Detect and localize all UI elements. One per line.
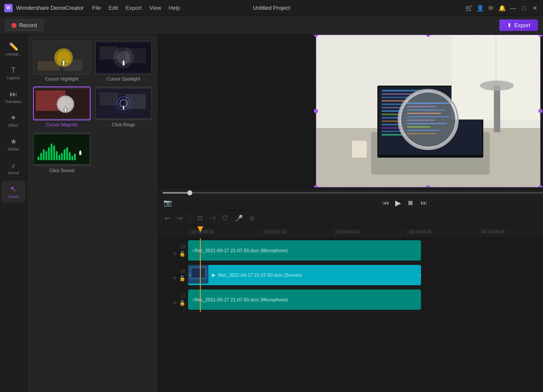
caption-icon: T: [11, 66, 16, 75]
svg-point-65: [480, 81, 514, 91]
skip-forward-button[interactable]: ⏭: [420, 198, 428, 208]
track-19-lock[interactable]: 🔓: [179, 251, 186, 257]
sidebar-item-sticker[interactable]: ★ Sticker: [2, 133, 25, 155]
track-18-eye[interactable]: 👁: [172, 275, 177, 281]
sidebar-item-cursor[interactable]: ↖ Cursor: [2, 181, 25, 203]
svg-rect-19: [125, 94, 146, 109]
cart-icon[interactable]: 🛒: [465, 4, 473, 12]
user-icon[interactable]: 👤: [476, 4, 484, 12]
cursor-icon: ↖: [10, 184, 17, 194]
svg-rect-37: [69, 152, 70, 160]
svg-rect-73: [407, 113, 441, 114]
clip-handle-left[interactable]: ⊢: [188, 265, 191, 285]
minimize-button[interactable]: —: [509, 4, 517, 12]
svg-rect-77: [407, 126, 430, 128]
effect-card-cursor-magnify[interactable]: Cursor Magnify: [33, 86, 91, 128]
svg-rect-33: [58, 155, 60, 160]
sidebar-item-transition[interactable]: ⏭ Transition: [2, 86, 25, 108]
app-logo: W: [4, 4, 13, 12]
seekbar-wrap: 00:00:00 | 00:00:09: [163, 190, 543, 195]
svg-rect-72: [407, 109, 445, 111]
timeline[interactable]: 00:00:00:00 00:00:02:02 00:00:04:04 00:0…: [158, 226, 543, 392]
track-19-num: 19: [180, 244, 186, 249]
cursor-highlight-thumb: [33, 41, 91, 75]
menu-help[interactable]: Help: [169, 5, 180, 11]
track-17-clip[interactable]: ♪ Rec_2021-09-17 21-07-50.dcrc (Micropho…: [188, 289, 421, 310]
svg-rect-28: [45, 151, 47, 160]
track-17-eye[interactable]: 👁: [172, 300, 177, 306]
click-sound-thumb: [33, 132, 91, 166]
copyright-tool[interactable]: ©: [249, 214, 256, 223]
separator-1: [190, 214, 190, 222]
svg-rect-32: [56, 151, 58, 160]
sidebar-item-caption[interactable]: T Caption: [2, 62, 25, 84]
sidebar-label-effect: Effect: [8, 123, 18, 128]
handle-br[interactable]: [538, 185, 543, 187]
clip-handle-right[interactable]: ⊣: [418, 265, 421, 285]
split-tool[interactable]: ⊣: [208, 213, 216, 223]
effect-card-cursor-spotlight[interactable]: Cursor Spotlight: [95, 41, 152, 82]
record-dot: [11, 23, 17, 28]
menu-view[interactable]: View: [149, 5, 161, 11]
svg-rect-35: [64, 149, 65, 160]
sidebar-item-sound[interactable]: ♪ Sound: [2, 157, 25, 179]
bell-icon[interactable]: 🔔: [498, 4, 506, 12]
audio-icon-17: ♪: [191, 297, 194, 303]
redo-button[interactable]: ↪: [176, 213, 184, 223]
handle-bl[interactable]: [314, 185, 318, 187]
effect-card-cursor-highlight[interactable]: Cursor Highlight: [33, 41, 91, 82]
delete-tool[interactable]: ⛉: [221, 214, 230, 223]
skip-back-button[interactable]: ⏮: [382, 198, 390, 208]
playback-controls: 📷 ⏮ ▶ ⏹ ⏭ 🔊 ⛶ Fit: [163, 198, 543, 208]
seekbar-progress: [163, 192, 187, 194]
main-area: ✏️ Annotat... T Caption ⏭ Transition ✦ E…: [0, 35, 543, 392]
track-18-lock[interactable]: 🔓: [179, 275, 186, 281]
menu-file[interactable]: File: [92, 5, 101, 11]
export-button[interactable]: ⬆ Export: [499, 19, 538, 31]
preview-canvas: [158, 35, 543, 187]
click-rings-label: Click Rings: [95, 122, 152, 128]
handle-bottom[interactable]: [426, 185, 430, 187]
play-button[interactable]: ▶: [395, 198, 401, 208]
click-rings-thumb: [95, 86, 152, 120]
annotate-icon: ✏️: [9, 42, 18, 51]
maximize-button[interactable]: □: [520, 4, 528, 12]
clip-18-content: ▶ Rec_2021-09-17 21-07-50.dcrc (Screen): [208, 265, 305, 285]
track-19-eye[interactable]: 👁: [172, 251, 177, 257]
effect-card-click-rings[interactable]: Click Rings: [95, 86, 152, 128]
svg-rect-75: [407, 120, 435, 121]
cursor-highlight-preview: [34, 42, 90, 74]
svg-rect-64: [494, 86, 500, 132]
track-17-lock[interactable]: 🔓: [179, 300, 186, 306]
svg-rect-31: [53, 145, 55, 160]
screenshot-button[interactable]: 📷: [163, 198, 173, 208]
sidebar-item-effect[interactable]: ✦ Effect: [2, 109, 25, 131]
menu-edit[interactable]: Edit: [108, 5, 118, 11]
svg-rect-36: [66, 147, 68, 161]
seekbar-thumb[interactable]: [187, 190, 192, 195]
seekbar[interactable]: [163, 192, 543, 194]
crop-tool[interactable]: ⊡: [196, 213, 204, 223]
close-button[interactable]: ✕: [531, 4, 539, 12]
handle-left[interactable]: [314, 109, 318, 113]
track-18-clip[interactable]: ⊢ ⊣ ▶: [188, 265, 421, 285]
svg-rect-78: [407, 130, 441, 131]
sidebar-label-annotate: Annotat...: [5, 52, 22, 56]
stop-button[interactable]: ⏹: [406, 198, 415, 208]
track-17-label: 17 👁 🔓: [159, 293, 186, 306]
sidebar-item-annotate[interactable]: ✏️ Annotat...: [2, 38, 25, 60]
handle-tr[interactable]: [538, 35, 543, 37]
audio-tool[interactable]: 🎤: [234, 213, 244, 223]
video-icon-18: ▶: [212, 272, 216, 278]
menu-export[interactable]: Export: [126, 5, 142, 11]
record-button[interactable]: Record: [5, 19, 43, 31]
undo-button[interactable]: ↩: [163, 213, 172, 223]
mail-icon[interactable]: ✉: [487, 4, 495, 12]
svg-rect-74: [407, 116, 449, 117]
cursor-spotlight-thumb: [95, 41, 152, 75]
handle-right[interactable]: [538, 109, 543, 113]
left-sidebar: ✏️ Annotat... T Caption ⏭ Transition ✦ E…: [0, 35, 27, 392]
svg-rect-29: [48, 147, 50, 161]
effect-card-click-sound[interactable]: Click Sound: [33, 132, 91, 174]
track-19-clip[interactable]: ♪ Rec_2021-09-17 21-07-50.dcrc (Micropho…: [188, 240, 421, 261]
